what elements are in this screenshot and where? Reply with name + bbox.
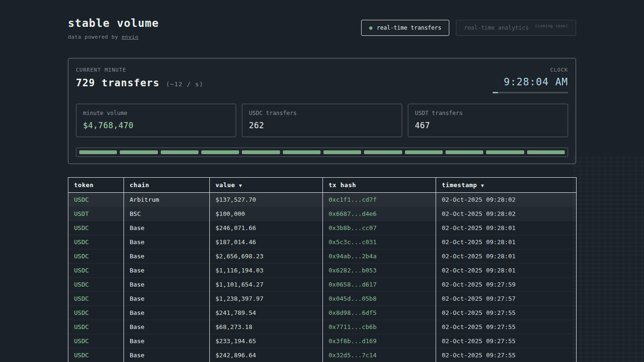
cell-chain: Base xyxy=(124,221,210,235)
transfer-count: 729 transfers (~12 / s) xyxy=(76,77,203,89)
cell-tx[interactable]: 0x7711...cb6b xyxy=(323,320,436,334)
table-row: USDCBase$2,656,698.230x94ab...2b4a02-Oct… xyxy=(68,249,577,263)
minute-summary: CURRENT MINUTE 729 transfers (~12 / s) xyxy=(76,67,203,89)
cell-chain: BSC xyxy=(124,207,210,221)
stat-label: USDC transfers xyxy=(249,110,395,116)
current-minute-card: CURRENT MINUTE 729 transfers (~12 / s) C… xyxy=(68,58,576,164)
envio-link[interactable]: envio xyxy=(122,34,139,40)
table-row: USDCBase$1,116,194.030x6282...b05302-Oct… xyxy=(68,263,577,278)
sort-arrow-icon: ▼ xyxy=(239,183,242,188)
cell-time: 02-Oct-2025 09:28:02 xyxy=(436,207,577,221)
background-pattern xyxy=(573,156,644,362)
subtitle-text: data powered by xyxy=(68,34,122,40)
transfer-rate: (~12 / s) xyxy=(166,81,203,88)
table-header-row: tokenchainvalue ▼tx hashtimestamp ▼ xyxy=(68,178,577,193)
cell-value: $68,273.18 xyxy=(210,320,323,334)
cell-token: USDT xyxy=(68,207,124,221)
activity-segment xyxy=(201,150,239,154)
column-header-chain: chain xyxy=(124,178,210,193)
cell-chain: Base xyxy=(124,292,210,306)
column-header-value[interactable]: value ▼ xyxy=(210,178,323,193)
coming-soon-badge: (coming soon) xyxy=(535,24,568,28)
cell-time: 02-Oct-2025 09:28:01 xyxy=(436,249,577,263)
cell-tx[interactable]: 0x3b8b...cc07 xyxy=(323,221,436,235)
cell-token: USDC xyxy=(68,278,124,292)
card-top: CURRENT MINUTE 729 transfers (~12 / s) C… xyxy=(76,67,568,93)
cell-tx[interactable]: 0x6687...d4e6 xyxy=(323,207,436,221)
cell-chain: Arbitrum xyxy=(124,193,210,207)
table-row: USDCBase$187,014.460x5c3c...c03102-Oct-2… xyxy=(68,235,577,249)
activity-segment xyxy=(79,150,117,154)
app-viewport: stable volume data powered by envio real… xyxy=(0,0,644,362)
activity-segment xyxy=(120,150,157,154)
cell-tx[interactable]: 0x94ab...2b4a xyxy=(323,249,436,263)
minute-progress-fill xyxy=(493,92,498,93)
cell-tx[interactable]: 0x6282...b053 xyxy=(323,263,436,278)
column-header-time[interactable]: timestamp ▼ xyxy=(436,178,577,193)
activity-segment xyxy=(364,150,402,154)
cell-time: 02-Oct-2025 09:28:02 xyxy=(436,193,577,207)
table-row: USDCBase$1,238,397.970x045d...05b802-Oct… xyxy=(68,292,577,306)
table-row: USDCBase$246,071.660x3b8b...cc0702-Oct-2… xyxy=(68,221,577,235)
table-row: USDCBase$233,194.650x3f8b...d16902-Oct-2… xyxy=(68,334,577,348)
cell-time: 02-Oct-2025 09:28:01 xyxy=(436,221,577,235)
stat-boxes: minute volume $4,768,470 USDC transfers … xyxy=(76,104,568,137)
current-minute-label: CURRENT MINUTE xyxy=(76,67,203,73)
cell-time: 02-Oct-2025 09:27:59 xyxy=(436,278,577,292)
cell-token: USDC xyxy=(68,193,124,207)
cell-tx[interactable]: 0x5c3c...c031 xyxy=(323,235,436,249)
tab-realtime-analytics[interactable]: real-time analytics (coming soon) xyxy=(456,20,576,36)
activity-segment xyxy=(446,150,483,154)
cell-chain: Base xyxy=(124,249,210,263)
transfer-count-value: 729 transfers xyxy=(76,77,159,89)
cell-value: $137,527.70 xyxy=(210,193,323,207)
cell-time: 02-Oct-2025 09:28:01 xyxy=(436,235,577,249)
cell-time: 02-Oct-2025 09:27:55 xyxy=(436,348,577,362)
cell-token: USDC xyxy=(68,235,124,249)
stat-label: minute volume xyxy=(83,110,229,116)
cell-token: USDC xyxy=(68,348,124,362)
stat-minute-volume: minute volume $4,768,470 xyxy=(76,104,236,137)
cell-tx[interactable]: 0x045d...05b8 xyxy=(323,292,436,306)
activity-segment xyxy=(527,150,565,154)
cell-token: USDC xyxy=(68,263,124,278)
table-row: USDCArbitrum$137,527.700xc1f1...cd7f02-O… xyxy=(68,193,577,207)
view-tabs: real-time transfers real-time analytics … xyxy=(361,20,576,36)
page-header: stable volume data powered by envio real… xyxy=(68,17,576,40)
subtitle: data powered by envio xyxy=(68,34,159,40)
stat-value: 467 xyxy=(415,121,561,130)
sort-arrow-icon: ▼ xyxy=(481,183,484,188)
cell-tx[interactable]: 0x3f8b...d169 xyxy=(323,334,436,348)
cell-value: $242,896.64 xyxy=(210,348,323,362)
stat-label: USDT transfers xyxy=(415,110,561,116)
cell-tx[interactable]: 0x32d5...7c14 xyxy=(323,348,436,362)
table-row: USDCBase$241,789.540x8d98...6df502-Oct-2… xyxy=(68,306,577,320)
table-body: USDCArbitrum$137,527.700xc1f1...cd7f02-O… xyxy=(68,193,577,362)
cell-chain: Base xyxy=(124,320,210,334)
cell-value: $1,238,397.97 xyxy=(210,292,323,306)
cell-value: $241,789.54 xyxy=(210,306,323,320)
cell-value: $2,656,698.23 xyxy=(210,249,323,263)
cell-tx[interactable]: 0x0658...d617 xyxy=(323,278,436,292)
table-row: USDTBSC$100,0000x6687...d4e602-Oct-2025 … xyxy=(68,207,577,221)
cell-tx[interactable]: 0xc1f1...cd7f xyxy=(323,193,436,207)
page-container: stable volume data powered by envio real… xyxy=(68,0,576,362)
minute-progress-track xyxy=(493,92,568,93)
clock-label: CLOCK xyxy=(493,67,568,73)
cell-chain: Base xyxy=(124,278,210,292)
table-row: USDCBase$1,101,654.270x0658...d61702-Oct… xyxy=(68,278,577,292)
activity-segment xyxy=(486,150,524,154)
tab-label: real-time transfers xyxy=(377,25,441,31)
cell-tx[interactable]: 0x8d98...6df5 xyxy=(323,306,436,320)
cell-value: $1,116,194.03 xyxy=(210,263,323,278)
cell-time: 02-Oct-2025 09:27:55 xyxy=(436,334,577,348)
cell-time: 02-Oct-2025 09:27:57 xyxy=(436,292,577,306)
activity-segment xyxy=(323,150,361,154)
table-row: USDCBase$68,273.180x7711...cb6b02-Oct-20… xyxy=(68,320,577,334)
tab-realtime-transfers[interactable]: real-time transfers xyxy=(361,20,449,36)
cell-token: USDC xyxy=(68,320,124,334)
table-header: tokenchainvalue ▼tx hashtimestamp ▼ xyxy=(68,178,577,193)
stat-usdc-transfers: USDC transfers 262 xyxy=(242,104,402,137)
activity-segment xyxy=(405,150,443,154)
stat-usdt-transfers: USDT transfers 467 xyxy=(408,104,568,137)
